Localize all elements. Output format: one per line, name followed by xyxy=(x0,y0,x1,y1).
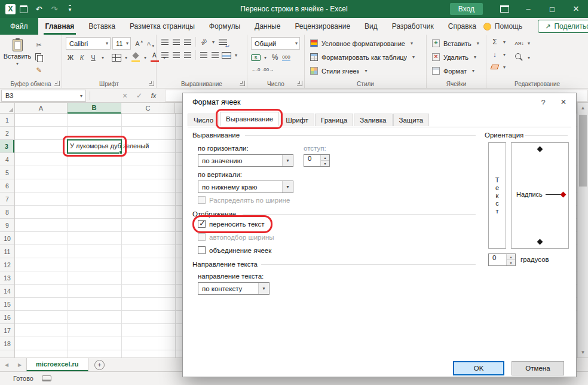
sort-dropdown-icon[interactable] xyxy=(526,41,532,46)
align-top-icon[interactable] xyxy=(161,39,169,45)
row-header-18[interactable]: 18 xyxy=(0,337,14,350)
dialog-tab-Граница[interactable]: Граница xyxy=(315,114,353,126)
column-header-a[interactable]: A xyxy=(15,103,68,113)
font-size-combo[interactable]: 11 xyxy=(112,37,131,50)
fill-color-dropdown-icon[interactable] xyxy=(142,55,148,60)
new-sheet-button[interactable] xyxy=(92,358,108,371)
borders-dropdown-icon[interactable] xyxy=(123,55,129,60)
clear-icon[interactable] xyxy=(491,65,500,69)
ribbon-display-options-icon[interactable] xyxy=(492,0,516,18)
row-header-7[interactable]: 7 xyxy=(0,192,14,206)
orientation-dial[interactable]: Надпись xyxy=(511,142,569,249)
row-header-4[interactable]: 4 xyxy=(0,153,14,166)
orientation-icon[interactable] xyxy=(199,37,209,47)
degrees-spinner[interactable]: 0 xyxy=(488,253,516,266)
sheet-nav-right-icon[interactable] xyxy=(13,358,26,371)
help-label[interactable]: Помощь xyxy=(495,22,522,30)
ribbon-tab-Рецензирование[interactable]: Рецензирование xyxy=(287,18,357,35)
row-header-6[interactable]: 6 xyxy=(0,179,14,192)
cells-button-2[interactable]: Удалить xyxy=(430,51,483,63)
clear-dropdown-icon[interactable] xyxy=(501,65,507,70)
ribbon-tab-Разметка страницы[interactable]: Разметка страницы xyxy=(122,18,202,35)
wrap-text-icon[interactable] xyxy=(219,39,227,45)
autosum-icon[interactable] xyxy=(490,37,500,47)
scroll-up-icon[interactable] xyxy=(578,103,588,113)
ribbon-tab-Справка[interactable]: Справка xyxy=(441,18,483,35)
merge-center-icon[interactable] xyxy=(222,52,231,59)
ribbon-tab-Вид[interactable]: Вид xyxy=(357,18,385,35)
orientation-dropdown-icon[interactable] xyxy=(210,39,216,45)
close-button[interactable] xyxy=(564,0,588,18)
spin-up-icon[interactable] xyxy=(507,254,515,260)
name-box-dropdown-icon[interactable] xyxy=(78,93,84,99)
fill-handle[interactable] xyxy=(119,151,122,154)
insert-function-icon[interactable]: fx xyxy=(147,90,160,102)
orientation-text-box[interactable]: Текст xyxy=(488,142,506,249)
autosum-dropdown-icon[interactable] xyxy=(501,39,507,45)
paste-button[interactable]: Вставить xyxy=(4,37,31,75)
column-header-c[interactable]: C xyxy=(121,103,175,113)
merge-dropdown-icon[interactable] xyxy=(233,53,239,58)
underline-button[interactable]: Ч xyxy=(88,53,98,62)
save-icon[interactable] xyxy=(16,0,31,18)
ok-button[interactable]: OK xyxy=(453,361,504,375)
undo-icon[interactable] xyxy=(31,0,47,18)
spin-up-icon[interactable] xyxy=(321,155,329,161)
dial-needle-diamond-icon[interactable] xyxy=(561,192,566,198)
styles-button-1[interactable]: Условное форматирование xyxy=(308,37,424,50)
keyboard-icon[interactable] xyxy=(42,375,51,381)
ribbon-tab-Вставка[interactable]: Вставка xyxy=(81,18,122,35)
copy-icon[interactable] xyxy=(34,53,44,62)
customize-quick-access-toolbar-icon[interactable] xyxy=(62,0,78,18)
formula-cancel-icon[interactable] xyxy=(118,90,131,102)
decrease-indent-icon[interactable] xyxy=(200,52,207,58)
font-dialog-launcher-icon[interactable] xyxy=(149,81,154,86)
row-header-12[interactable]: 12 xyxy=(0,258,14,271)
fill-icon[interactable] xyxy=(490,50,500,59)
cancel-button[interactable]: Отмена xyxy=(512,361,564,375)
dialog-tab-Заливка[interactable]: Заливка xyxy=(354,114,392,126)
ribbon-tab-Данные[interactable]: Данные xyxy=(247,18,287,35)
row-header-8[interactable]: 8 xyxy=(0,206,14,219)
increase-indent-icon[interactable] xyxy=(212,52,219,58)
number-format-combo[interactable]: Общий xyxy=(251,37,300,50)
dialog-close-icon[interactable] xyxy=(553,93,574,111)
clipboard-dialog-launcher-icon[interactable] xyxy=(54,81,60,86)
underline-dropdown-icon[interactable] xyxy=(100,55,106,60)
alignment-dialog-launcher-icon[interactable] xyxy=(240,81,245,86)
ribbon-tab-Формулы[interactable]: Формулы xyxy=(202,18,247,35)
dialog-tab-Число[interactable]: Число xyxy=(188,114,219,126)
decrease-decimal-icon[interactable] xyxy=(262,65,274,74)
borders-icon[interactable] xyxy=(112,54,121,62)
italic-button[interactable]: К xyxy=(77,53,87,62)
row-header-5[interactable]: 5 xyxy=(0,166,14,179)
align-center-icon[interactable] xyxy=(173,52,180,58)
maximize-button[interactable] xyxy=(540,0,564,18)
text-direction-combo[interactable]: по контексту xyxy=(198,282,270,295)
dialog-tab-Защита[interactable]: Защита xyxy=(393,114,430,126)
name-box[interactable]: B3 xyxy=(1,90,86,102)
excel-app-icon[interactable] xyxy=(5,4,16,14)
row-header-14[interactable]: 14 xyxy=(0,285,14,298)
sheet-nav-left-icon[interactable] xyxy=(0,358,13,371)
align-middle-icon[interactable] xyxy=(173,39,180,45)
sheet-tab-active[interactable]: microexcel.ru xyxy=(26,358,88,371)
styles-button-2[interactable]: Форматировать как таблицу xyxy=(308,51,424,63)
increase-font-size-icon[interactable] xyxy=(133,39,142,48)
scrollbar-thumb[interactable] xyxy=(579,115,587,187)
dialog-help-icon[interactable] xyxy=(533,93,553,111)
row-header-17[interactable]: 17 xyxy=(0,324,14,337)
row-header-16[interactable]: 16 xyxy=(0,311,14,324)
row-header-1[interactable]: 1 xyxy=(0,114,14,127)
row-header-15[interactable]: 15 xyxy=(0,298,14,311)
row-header-11[interactable]: 11 xyxy=(0,245,14,258)
fill-dropdown-icon[interactable] xyxy=(501,52,507,57)
merge-cells-checkbox[interactable]: объединение ячеек xyxy=(198,246,271,254)
align-left-icon[interactable] xyxy=(161,52,169,58)
spin-down-icon[interactable] xyxy=(321,161,329,166)
cells-button-3[interactable]: Формат xyxy=(430,65,483,77)
font-name-combo[interactable]: Calibri xyxy=(66,37,111,50)
align-bottom-icon[interactable] xyxy=(184,39,191,45)
cut-icon[interactable] xyxy=(34,40,44,50)
find-dropdown-icon[interactable] xyxy=(526,55,532,60)
